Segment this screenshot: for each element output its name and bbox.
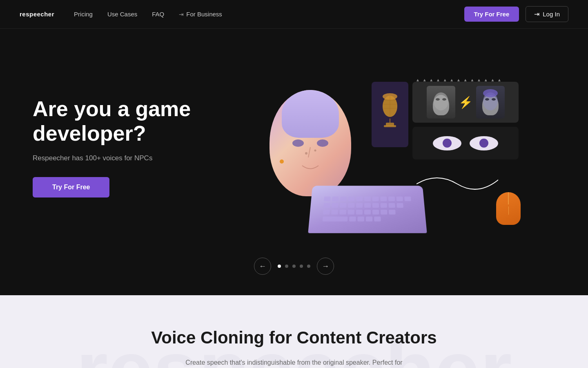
- faces-grid-panel: ⚡: [412, 82, 519, 123]
- key: [348, 209, 354, 214]
- eye-pupil-right: [479, 139, 488, 148]
- key: [323, 203, 330, 207]
- eye-pupil-left: [443, 139, 452, 148]
- grid-inner: ⚡: [423, 83, 508, 122]
- key: [404, 196, 411, 201]
- lightning-icon: ⚡: [459, 96, 473, 109]
- keyboard-rows: [318, 193, 417, 225]
- key: [348, 203, 354, 207]
- carousel-dots: [278, 265, 310, 268]
- carousel-dot-1[interactable]: [278, 265, 281, 268]
- key: [332, 196, 339, 201]
- key: [380, 196, 387, 201]
- svg-point-1: [317, 139, 328, 147]
- nav-login-button[interactable]: ⇥ Log In: [526, 6, 568, 22]
- svg-point-3: [280, 159, 284, 164]
- key: [358, 216, 364, 221]
- svg-point-0: [292, 139, 304, 147]
- key-row-4: [323, 216, 412, 221]
- nav-link-use-cases[interactable]: Use Cases: [107, 11, 137, 18]
- lower-subtitle: Create speech that's indistinguishable f…: [172, 357, 416, 368]
- svg-point-4: [305, 152, 307, 155]
- nav-try-free-button[interactable]: Try For Free: [464, 7, 519, 22]
- key: [372, 209, 379, 214]
- face-svg: [270, 90, 351, 196]
- key: [389, 209, 396, 214]
- microphone-panel: [372, 82, 408, 147]
- spacebar-key: [323, 216, 348, 221]
- login-arrow-icon: ⇥: [534, 10, 539, 18]
- key: [356, 196, 363, 201]
- character-face-main: [270, 90, 351, 196]
- face-card-1: [427, 86, 455, 119]
- hero-section: Are you a game developer? Respeecher has…: [0, 29, 588, 241]
- lower-section: respeecher Voice Cloning for Content Cre…: [0, 295, 588, 368]
- nav-link-faq[interactable]: FAQ: [152, 11, 164, 18]
- hero-cta-button[interactable]: Try For Free: [33, 177, 109, 197]
- cable-svg: [416, 168, 498, 200]
- nav-link-for-business[interactable]: ⇥ For Business: [179, 11, 222, 18]
- key: [374, 216, 381, 221]
- key: [396, 203, 403, 207]
- business-arrow-icon: ⇥: [179, 11, 184, 18]
- key: [349, 216, 356, 221]
- key: [324, 196, 330, 201]
- svg-point-11: [492, 98, 496, 101]
- hero-content: Are you a game developer? Respeecher has…: [33, 97, 237, 197]
- lower-title: Voice Cloning for Content Creators: [20, 328, 568, 348]
- svg-line-2: [308, 147, 310, 157]
- face-card-2: [476, 86, 505, 119]
- key-row-1: [324, 196, 411, 201]
- carousel-prev-button[interactable]: ←: [254, 258, 271, 275]
- key: [388, 196, 395, 201]
- key-row-2: [323, 203, 412, 207]
- svg-point-6: [434, 92, 448, 110]
- carousel-dot-2[interactable]: [285, 265, 288, 268]
- key: [372, 196, 379, 201]
- key: [356, 203, 363, 207]
- nav-link-pricing[interactable]: Pricing: [74, 11, 93, 18]
- key: [339, 209, 346, 214]
- hero-subtitle: Respeecher has 100+ voices for NPCs: [33, 154, 237, 162]
- svg-point-12: [483, 89, 498, 97]
- hero-title: Are you a game developer?: [33, 97, 237, 146]
- svg-rect-14: [384, 125, 396, 127]
- face-card-svg-2: [476, 86, 505, 119]
- keyboard: [308, 186, 427, 233]
- key: [381, 203, 387, 207]
- brand-logo[interactable]: respeecher: [20, 11, 54, 18]
- carousel-dot-4[interactable]: [300, 265, 303, 268]
- key: [364, 209, 371, 214]
- mouse-svg: [496, 192, 521, 225]
- key: [366, 216, 372, 221]
- key: [323, 209, 330, 214]
- hero-illustration: ▲ ▲ ▲ ▲ ▲ ▲ ▲ ▲ ▲ ▲ ▲ ▲ ▲ ⚡: [237, 61, 555, 233]
- key: [331, 209, 338, 214]
- hero-collage: ▲ ▲ ▲ ▲ ▲ ▲ ▲ ▲ ▲ ▲ ▲ ▲ ▲ ⚡: [270, 78, 523, 233]
- key: [340, 196, 347, 201]
- key: [381, 209, 387, 214]
- key: [340, 203, 346, 207]
- eye-left: [433, 136, 461, 150]
- key: [348, 196, 355, 201]
- svg-point-5: [314, 150, 316, 152]
- navbar: respeecher Pricing Use Cases FAQ ⇥ For B…: [0, 0, 588, 29]
- svg-point-8: [442, 98, 446, 101]
- key: [364, 203, 371, 207]
- mouse: [496, 192, 521, 225]
- key: [389, 203, 395, 207]
- face-card-svg-1: [427, 86, 455, 119]
- microphone-svg: [378, 90, 402, 139]
- svg-point-7: [436, 98, 440, 101]
- carousel-controls: ← →: [0, 241, 588, 295]
- carousel-next-button[interactable]: →: [317, 258, 334, 275]
- nav-actions: Try For Free ⇥ Log In: [464, 6, 568, 22]
- key: [332, 203, 339, 207]
- key: [372, 203, 379, 207]
- carousel-dot-5[interactable]: [307, 265, 310, 268]
- eyes-panel: [412, 127, 519, 159]
- carousel-dot-3[interactable]: [292, 265, 296, 268]
- key: [364, 196, 371, 201]
- key: [356, 209, 363, 214]
- svg-point-10: [485, 98, 489, 101]
